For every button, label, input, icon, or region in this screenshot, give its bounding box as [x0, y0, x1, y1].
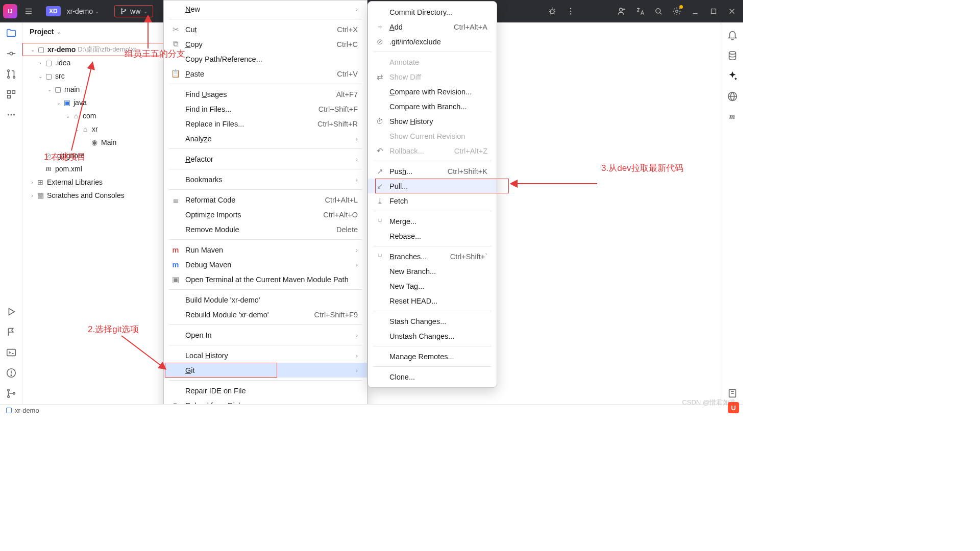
maven-tool-icon[interactable]: m	[727, 111, 738, 122]
translate-icon[interactable]	[632, 3, 648, 19]
more-tools-icon[interactable]	[6, 109, 17, 120]
tree-node-idea[interactable]: ›▢.idea	[22, 56, 165, 69]
bookmarks-tool-icon[interactable]	[727, 388, 738, 399]
menu-item-exclude[interactable]: ⊘.git/info/exclude	[368, 34, 497, 49]
menu-item-newtag[interactable]: New Tag...	[368, 279, 497, 293]
tree-node-xr[interactable]: ⌄⌂xr	[22, 122, 165, 136]
more-icon[interactable]	[562, 3, 579, 19]
commit-tool-icon[interactable]	[6, 48, 17, 59]
branch-selector[interactable]: ww⌄	[114, 5, 153, 17]
services-tool-icon[interactable]	[6, 306, 17, 317]
menu-item-resethead[interactable]: Reset HEAD...	[368, 293, 497, 308]
close-icon[interactable]	[724, 3, 740, 19]
menu-item-comparewrev[interactable]: Compare with Revision...	[368, 84, 497, 99]
menu-item-clone[interactable]: Clone...	[368, 369, 497, 384]
tree-node-src[interactable]: ⌄▢src	[22, 69, 165, 83]
tree-node-scratch[interactable]: ›▤Scratches and Consoles	[22, 189, 165, 202]
menu-item-analyze[interactable]: Analyze›	[164, 131, 367, 146]
project-badge: XD	[46, 6, 61, 16]
menu-item-optimize[interactable]: Optimize ImportsCtrl+Alt+O	[164, 207, 367, 222]
http-client-icon[interactable]	[727, 91, 738, 102]
svg-rect-23	[7, 91, 10, 94]
menu-item-stash[interactable]: Stash Changes...	[368, 314, 497, 329]
problems-tool-icon[interactable]	[6, 367, 17, 379]
menu-item-branches[interactable]: ⑂Branches...Ctrl+Shift+`	[368, 249, 497, 264]
tree-node-java[interactable]: ⌄▣java	[22, 96, 165, 109]
project-selector[interactable]: xr-demo⌄	[67, 7, 99, 15]
menu-item-cut[interactable]: ✂CutCtrl+X	[164, 22, 367, 37]
project-tool-icon[interactable]	[6, 28, 17, 39]
menu-item-new[interactable]: New›	[164, 2, 367, 16]
menu-item-fetch[interactable]: ⤓Fetch	[368, 193, 497, 208]
menu-item-unstash[interactable]: Unstash Changes...	[368, 329, 497, 343]
maximize-icon[interactable]	[705, 3, 722, 19]
svg-rect-24	[12, 91, 15, 94]
menu-item-commitdir[interactable]: Commit Directory...	[368, 5, 497, 19]
svg-point-17	[10, 52, 13, 55]
menu-item-findinfiles[interactable]: Find in Files...Ctrl+Shift+F	[164, 102, 367, 116]
tree-node-extlib[interactable]: ›⊞External Libraries	[22, 176, 165, 189]
menu-item-findusages[interactable]: Find UsagesAlt+F7	[164, 87, 367, 102]
menu-item-remotes[interactable]: Manage Remotes...	[368, 349, 497, 364]
menu-item-openterm[interactable]: ▣Open Terminal at the Current Maven Modu…	[164, 272, 367, 287]
history-icon: ⏱	[375, 117, 384, 126]
menu-item-newbranch[interactable]: New Branch...	[368, 264, 497, 279]
build-tool-icon[interactable]	[6, 327, 17, 338]
svg-point-8	[570, 11, 572, 12]
terminal-tool-icon[interactable]	[6, 347, 17, 358]
menu-item-showdiff: ⇄Show Diff	[368, 69, 497, 84]
add-person-icon[interactable]	[614, 3, 630, 19]
svg-rect-25	[7, 95, 10, 98]
tree-node-mainclass[interactable]: ◉Main	[22, 136, 165, 149]
menu-item-add[interactable]: ＋AddCtrl+Alt+A	[368, 19, 497, 34]
tree-node-gitignore[interactable]: ⊘.gitignore	[22, 149, 165, 162]
menu-item-localhist[interactable]: Local History›	[164, 348, 367, 363]
menu-item-comparewbranch[interactable]: Compare with Branch...	[368, 99, 497, 114]
tree-node-pom[interactable]: mpom.xml	[22, 162, 165, 176]
svg-point-21	[7, 77, 9, 79]
svg-rect-14	[712, 9, 716, 14]
menu-item-paste[interactable]: 📋PasteCtrl+V	[164, 66, 367, 81]
menu-item-removemodule[interactable]: Remove ModuleDelete	[164, 222, 367, 237]
menu-item-openin[interactable]: Open In›	[164, 328, 367, 342]
ai-assistant-icon[interactable]	[727, 70, 738, 82]
pull-icon: ↙	[375, 182, 384, 190]
minimize-icon[interactable]	[687, 3, 703, 19]
menu-item-runmaven[interactable]: mRun Maven›	[164, 242, 367, 257]
settings-icon[interactable]	[669, 3, 685, 19]
branches-icon: ⑂	[375, 253, 384, 261]
search-icon[interactable]	[650, 3, 667, 19]
tree-root[interactable]: ⌄▢xr-demoD:\桌面\zfb-demo\xr	[22, 43, 165, 56]
notifications-icon[interactable]	[727, 30, 738, 41]
svg-point-12	[676, 10, 678, 13]
menu-item-repairide[interactable]: Repair IDE on File	[164, 383, 367, 398]
tree-node-com[interactable]: ⌄⌂com	[22, 109, 165, 122]
tree-node-main[interactable]: ⌄▢main	[22, 83, 165, 96]
main-menu-button[interactable]	[20, 3, 37, 19]
menu-item-rebuildmod[interactable]: Rebuild Module 'xr-demo'Ctrl+Shift+F9	[164, 307, 367, 322]
menu-item-debugmaven[interactable]: mDebug Maven›	[164, 257, 367, 272]
bug-icon[interactable]	[544, 3, 560, 19]
menu-item-copypath[interactable]: Copy Path/Reference...	[164, 52, 367, 66]
svg-point-5	[125, 10, 126, 11]
menu-item-push[interactable]: ↗Push...Ctrl+Shift+K	[368, 164, 497, 179]
menu-item-buildmod[interactable]: Build Module 'xr-demo'	[164, 292, 367, 307]
menu-item-copy[interactable]: ⧉CopyCtrl+C	[164, 37, 367, 52]
menu-item-rebase[interactable]: Rebase...	[368, 229, 497, 243]
menu-item-showhist[interactable]: ⏱Show History	[368, 114, 497, 129]
menu-item-bookmarks[interactable]: Bookmarks›	[164, 172, 367, 187]
svg-point-37	[729, 52, 736, 55]
terminal-icon: ▣	[171, 276, 180, 284]
menu-item-merge[interactable]: ⑂Merge...	[368, 214, 497, 229]
menu-item-git[interactable]: Git›	[164, 363, 367, 378]
structure-tool-icon[interactable]	[6, 89, 17, 100]
pull-requests-icon[interactable]	[6, 68, 17, 80]
menu-item-reformat[interactable]: ≣Reformat CodeCtrl+Alt+L	[164, 192, 367, 207]
menu-item-pull[interactable]: ↙Pull...	[368, 179, 497, 193]
database-icon[interactable]	[727, 50, 738, 61]
right-tool-rail: m	[721, 22, 743, 404]
menu-item-refactor[interactable]: Refactor›	[164, 152, 367, 166]
menu-item-replaceinfiles[interactable]: Replace in Files...Ctrl+Shift+R	[164, 116, 367, 131]
vcs-tool-icon[interactable]	[6, 388, 17, 399]
project-panel-header[interactable]: Project⌄	[22, 22, 165, 41]
